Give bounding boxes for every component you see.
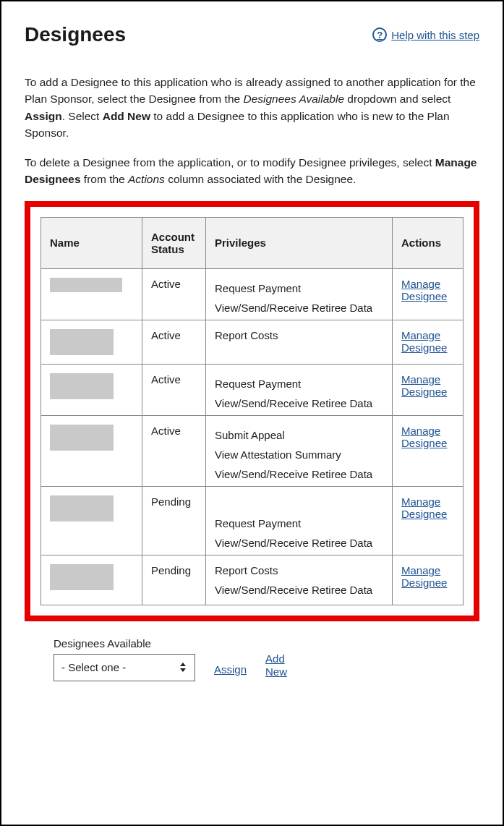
select-label: Designees Available [54,637,195,650]
table-row: Active Report Costs Manage Designee [41,320,464,364]
table-row: Pending Report Costs View/Send/Receive R… [41,555,464,605]
cell-status: Active [142,268,206,320]
col-header-actions: Actions [393,217,464,268]
designees-available-group: Designees Available - Select one - [54,637,195,681]
col-header-name: Name [41,217,142,268]
assign-link[interactable]: Assign [214,663,247,681]
designees-table: Name Account Status Privileges Actions A… [40,217,464,605]
table-header-row: Name Account Status Privileges Actions [41,217,464,268]
select-value: - Select one - [61,661,126,673]
page-container: Designees ? Help with this step To add a… [0,0,504,826]
redacted-name [50,329,114,355]
col-header-status: Account Status [142,217,206,268]
cell-privileges: Request Payment View/Send/Receive Retire… [206,486,393,555]
redacted-name [50,425,114,451]
cell-privileges: Report Costs [206,320,393,364]
manage-designee-link[interactable]: Manage Designee [401,373,447,398]
table-row: Active Submit Appeal View Attestation Su… [41,415,464,486]
page-title: Designees [25,23,126,46]
designees-available-select[interactable]: - Select one - [54,654,195,681]
cell-privileges: Request Payment View/Send/Receive Retire… [206,364,393,415]
cell-privileges: Report Costs View/Send/Receive Retiree D… [206,555,393,605]
manage-designee-link[interactable]: Manage Designee [401,329,447,354]
table-highlight-box: Name Account Status Privileges Actions A… [25,201,479,621]
table-row: Active Request Payment View/Send/Receive… [41,364,464,415]
footer-controls: Designees Available - Select one - Assig… [25,637,479,681]
cell-status: Active [142,415,206,486]
page-header: Designees ? Help with this step [25,23,479,46]
intro-paragraph-2: To delete a Designee from the applicatio… [25,154,479,188]
manage-designee-link[interactable]: Manage Designee [401,278,447,302]
redacted-name [50,373,114,399]
col-header-privileges: Privileges [206,217,393,268]
cell-status: Pending [142,555,206,605]
add-new-link[interactable]: Add New [265,652,294,681]
manage-designee-link[interactable]: Manage Designee [401,495,447,520]
help-link[interactable]: ? Help with this step [372,27,479,42]
cell-privileges: Submit Appeal View Attestation Summary V… [206,415,393,486]
redacted-name [50,564,114,590]
redacted-name [50,278,122,292]
cell-status: Pending [142,486,206,555]
question-circle-icon: ? [372,27,387,42]
manage-designee-link[interactable]: Manage Designee [401,425,447,449]
table-row: Pending Request Payment View/Send/Receiv… [41,486,464,555]
manage-designee-link[interactable]: Manage Designee [401,564,447,589]
cell-status: Active [142,364,206,415]
intro-paragraph-1: To add a Designee to this application wh… [25,74,479,141]
cell-privileges: Request Payment View/Send/Receive Retire… [206,268,393,320]
table-row: Active Request Payment View/Send/Receive… [41,268,464,320]
cell-status: Active [142,320,206,364]
help-link-label: Help with this step [391,29,479,41]
redacted-name [50,495,114,521]
